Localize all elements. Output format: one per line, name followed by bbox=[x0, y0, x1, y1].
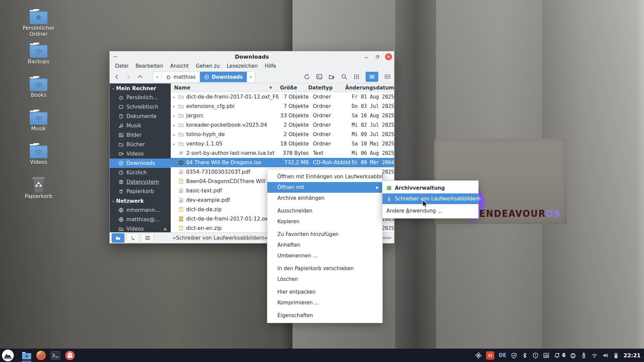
keyboard-layout-indicator[interactable]: DE bbox=[499, 352, 506, 358]
desktop-icon-papierkorb[interactable]: Papierkorb bbox=[20, 176, 57, 200]
context-menu-item-löschen[interactable]: Löschen bbox=[267, 274, 382, 285]
column-header-size[interactable]: Größe bbox=[275, 83, 307, 92]
context-menu-item-umbenennen[interactable]: Umbenennen ... bbox=[267, 250, 382, 261]
expander-icon[interactable]: ▸ bbox=[172, 142, 176, 146]
table-row[interactable]: ▸ventoy-1.1.0518 ObjekteOrdnerSa 10 Mai … bbox=[171, 139, 394, 148]
update-notifier-icon[interactable] bbox=[486, 351, 494, 360]
places-toggle-button[interactable] bbox=[112, 233, 124, 243]
filemanager-app[interactable] bbox=[21, 349, 32, 362]
table-row[interactable]: 2-sort-by-author-last-name.lua.txt378 By… bbox=[171, 148, 394, 158]
restore-icon[interactable] bbox=[374, 53, 381, 60]
sidebar-item-b-cher[interactable]: Bücher bbox=[110, 140, 171, 149]
shield-check-icon[interactable] bbox=[511, 352, 517, 359]
grid-view-icon[interactable] bbox=[353, 73, 360, 80]
context-menu-item-ausschneiden[interactable]: Ausschneiden bbox=[267, 205, 382, 216]
eject-icon[interactable] bbox=[163, 227, 167, 231]
sidebar-item-videos[interactable]: Videos bbox=[110, 149, 171, 159]
titlebar[interactable]: Downloads bbox=[110, 51, 394, 62]
desktop-icon-videos[interactable]: Videos bbox=[20, 142, 57, 166]
sidebar-item-musik[interactable]: Musik bbox=[110, 121, 171, 130]
sidebar-item-k-rzlich[interactable]: Kürzlich bbox=[110, 168, 171, 177]
menubar-item-gehen-zu[interactable]: Gehen zu bbox=[196, 63, 220, 69]
desktop-icon-books[interactable]: Books bbox=[20, 75, 57, 99]
battery-icon[interactable] bbox=[613, 352, 619, 359]
expander-icon[interactable]: ▸ bbox=[172, 133, 176, 136]
pathbar-segment-matthias[interactable]: matthias bbox=[162, 72, 200, 82]
sidebar-item-mhormann-[interactable]: mhormann... bbox=[110, 205, 171, 215]
minimize-icon[interactable] bbox=[363, 53, 370, 60]
up-icon[interactable] bbox=[137, 73, 143, 80]
submenu-item-schreiber-von-laufwerksabbildern[interactable]: Schreiber von Laufwerksabbildern bbox=[382, 193, 478, 204]
context-menu-item-archive-einhängen[interactable]: Archive einhängen bbox=[267, 193, 382, 203]
desktop-icon-backups[interactable]: Backups bbox=[20, 42, 57, 65]
printer-icon[interactable] bbox=[570, 352, 576, 359]
sidebar-item-papierkorb[interactable]: Papierkorb bbox=[110, 187, 171, 196]
expander-icon[interactable]: ▸ bbox=[172, 114, 176, 118]
desktop-icon-pers-nlicher-ordner[interactable]: Persönlicher Ordner bbox=[20, 8, 57, 38]
shield-icon[interactable] bbox=[532, 352, 539, 359]
context-menu-item-anheften[interactable]: Anheften bbox=[267, 240, 382, 250]
table-row[interactable]: ▸koreader-pocketbook-v2025.042 ObjekteOr… bbox=[171, 120, 394, 130]
table-row[interactable]: ▸tolino-hyph_de2 ObjekteOrdnerMi 09 Jul … bbox=[171, 130, 394, 139]
sidebar-item-videos[interactable]: Videos bbox=[110, 224, 171, 232]
tree-toggle-button[interactable] bbox=[126, 233, 139, 243]
ghost-app[interactable] bbox=[64, 349, 75, 362]
context-menu-item-öffnen-mit-einhängen-von-laufwerksabbild[interactable]: Öffnen mit Einhängen von Laufwerksabbild… bbox=[267, 171, 382, 182]
context-menu-item-eigenschaften[interactable]: Eigenschaften bbox=[267, 310, 382, 321]
sidebar-item-dateisystem[interactable]: Dateisystem bbox=[110, 177, 171, 187]
context-menu-item-öffnen-mit[interactable]: Öffnen mit▶ bbox=[267, 182, 382, 193]
compact-view-icon[interactable] bbox=[384, 73, 391, 80]
bluetooth-icon[interactable] bbox=[522, 352, 528, 359]
hide-sidebar-toggle-button[interactable] bbox=[141, 233, 154, 243]
new-folder-icon[interactable] bbox=[328, 73, 335, 80]
expander-icon[interactable]: ▸ bbox=[172, 105, 176, 108]
close-icon[interactable] bbox=[385, 53, 392, 60]
sidebar-section-netzwerk[interactable]: ▾Netzwerk bbox=[110, 196, 171, 205]
expander-icon[interactable]: ▸ bbox=[172, 95, 176, 99]
context-menu-item-komprimieren[interactable]: Komprimieren ... bbox=[267, 297, 382, 308]
context-menu-item-kopieren[interactable]: Kopieren bbox=[267, 216, 382, 227]
table-row[interactable]: 04 There Will Be Dragons.iso732,2 MBCD-R… bbox=[171, 158, 394, 167]
scroll-left-button[interactable] bbox=[153, 72, 162, 82]
context-menu-item-hier-entpacken[interactable]: Hier entpacken bbox=[267, 287, 382, 297]
column-header-date[interactable]: Änderungsdatum bbox=[343, 83, 394, 92]
list-view-icon[interactable] bbox=[366, 72, 378, 82]
table-row[interactable]: ▸extensions_cfg.pbi7 ObjekteOrdnerDo 03 … bbox=[171, 102, 394, 111]
wifi-icon[interactable] bbox=[591, 352, 598, 359]
submenu-item-archivverwaltung[interactable]: Archivverwaltung bbox=[382, 183, 478, 193]
taskbar-clock[interactable]: 22:21 bbox=[624, 352, 641, 359]
context-menu-item-zu-favoriten-hinzufügen[interactable]: Zu Favoriten hinzufügen bbox=[267, 229, 382, 240]
bell-icon[interactable] bbox=[554, 352, 560, 359]
sidebar-item-matthias@-[interactable]: matthias@... bbox=[110, 215, 171, 224]
menubar-item-datei[interactable]: Datei bbox=[115, 63, 128, 69]
sidebar-item-pers-nlich-[interactable]: Persönlich... bbox=[110, 93, 171, 102]
usb-icon[interactable] bbox=[581, 352, 587, 359]
menubar-item-lesezeichen[interactable]: Lesezeichen bbox=[227, 63, 258, 69]
submenu-item-andere-anwendung[interactable]: Andere Anwendung ... bbox=[382, 205, 478, 216]
terminal-icon[interactable] bbox=[316, 73, 323, 80]
menubar-item-hilfe[interactable]: Hilfe bbox=[265, 63, 276, 69]
volume-icon[interactable] bbox=[602, 352, 608, 359]
stats-icon[interactable] bbox=[543, 352, 549, 359]
sidebar-section-mein-rechner[interactable]: ▾Mein Rechner bbox=[110, 83, 171, 93]
sidebar-item-downloads[interactable]: Downloads bbox=[110, 159, 171, 168]
search-icon[interactable] bbox=[341, 73, 347, 80]
context-menu-item-in-den-papierkorb-verschieben[interactable]: In den Papierkorb verschieben bbox=[267, 263, 382, 274]
terminal-app[interactable] bbox=[50, 349, 61, 362]
expander-icon[interactable]: ▸ bbox=[172, 123, 176, 127]
scroll-right-button[interactable] bbox=[247, 72, 255, 82]
sidebar-item-schreibtisch[interactable]: Schreibtisch bbox=[110, 102, 171, 112]
menubar-item-ansicht[interactable]: Ansicht bbox=[170, 63, 189, 69]
horizontal-scrollbar[interactable] bbox=[382, 237, 391, 239]
desktop-icon-musik[interactable]: Musik bbox=[20, 109, 57, 132]
app-launcher-button[interactable] bbox=[2, 349, 14, 362]
column-header-type[interactable]: Dateityp bbox=[307, 83, 343, 92]
reload-icon[interactable] bbox=[304, 73, 310, 80]
back-icon[interactable] bbox=[114, 73, 120, 80]
fan-icon[interactable] bbox=[475, 352, 482, 359]
firefox-app[interactable] bbox=[35, 349, 47, 362]
menubar-item-bearbeiten[interactable]: Bearbeiten bbox=[136, 63, 163, 69]
forward-icon[interactable] bbox=[125, 73, 131, 80]
sidebar-item-dokumente[interactable]: Dokumente bbox=[110, 112, 171, 121]
table-row[interactable]: ▸jargsrc33 ObjekteOrdnerSa 16 Aug 2025 bbox=[171, 111, 394, 120]
